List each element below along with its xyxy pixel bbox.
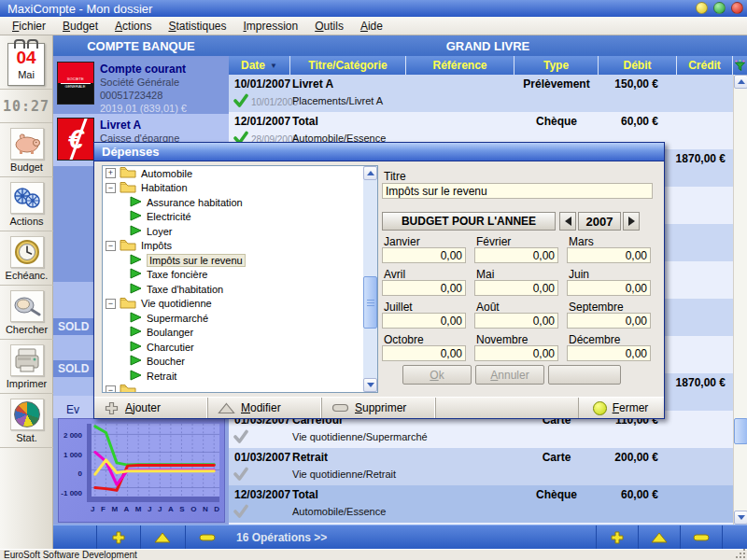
- menu-outils[interactable]: Outils: [306, 18, 352, 35]
- tree-item-automobile[interactable]: + Automobile: [103, 166, 377, 181]
- search-icon: [10, 290, 44, 322]
- scroll-up-button[interactable]: [363, 166, 377, 180]
- operations-count[interactable]: 16 Opérations >>: [229, 531, 596, 544]
- triangle-icon: [650, 531, 669, 544]
- tree-item-boulanger[interactable]: Boulanger: [103, 326, 377, 341]
- delete-operation-button[interactable]: [680, 525, 722, 549]
- month-decembre-input[interactable]: [567, 345, 651, 361]
- menu-actions[interactable]: Actions: [106, 18, 160, 35]
- tree-scrollbar[interactable]: [363, 166, 377, 392]
- sidebar-item-echeancier[interactable]: Echéanc.: [0, 231, 53, 286]
- green-arrow-icon: [130, 210, 142, 223]
- caisse-epargne-logo: €: [57, 118, 94, 161]
- menu-impression[interactable]: Impression: [235, 18, 307, 35]
- scroll-down-button[interactable]: [734, 511, 747, 525]
- month-label: Décembre: [569, 333, 620, 346]
- menu-bar: Fichier Budget Actions Statistiques Impr…: [0, 17, 747, 35]
- next-year-button[interactable]: [623, 212, 640, 231]
- menu-budget[interactable]: Budget: [54, 18, 106, 35]
- tree-item-taxe-fonciere[interactable]: Taxe foncière: [103, 268, 377, 283]
- column-date[interactable]: Date▼: [229, 56, 290, 75]
- tree-item-habitation[interactable]: − Habitation: [103, 181, 377, 196]
- clock-icon: [10, 236, 44, 268]
- tree-item-impots[interactable]: − Impôts: [103, 239, 377, 254]
- month-avril-input[interactable]: [382, 280, 466, 296]
- sidebar-item-chercher[interactable]: Chercher: [0, 286, 53, 340]
- add-operation-button[interactable]: [596, 525, 638, 549]
- account-item-compte-courant[interactable]: SOCIETEGENERALE Compte courant Société G…: [53, 58, 229, 119]
- maximize-button[interactable]: [713, 2, 726, 14]
- ajouter-button[interactable]: Ajouter: [94, 398, 208, 418]
- collapse-icon[interactable]: −: [106, 385, 116, 393]
- month-juillet-input[interactable]: [382, 313, 466, 329]
- clock-display: 10:27: [3, 93, 49, 119]
- collapse-icon[interactable]: −: [106, 241, 116, 251]
- month-octobre-input[interactable]: [382, 345, 466, 361]
- scrollbar-thumb[interactable]: [363, 276, 377, 329]
- collapse-icon[interactable]: −: [106, 299, 116, 309]
- table-row-selected[interactable]: 12/03/2007 Total Chèque 60,00 € Automobi…: [229, 485, 733, 523]
- column-titre-categorie[interactable]: Titre/Catégorie: [290, 56, 406, 75]
- minimize-button[interactable]: [696, 2, 708, 14]
- sidebar-item-budget[interactable]: Budget: [0, 123, 53, 177]
- month-mars-input[interactable]: [567, 247, 651, 263]
- sidebar-item-stat[interactable]: Stat.: [0, 394, 53, 448]
- scroll-up-button[interactable]: [734, 75, 747, 89]
- printer-icon: [10, 344, 44, 376]
- edit-operation-button[interactable]: [638, 525, 680, 549]
- dialog-title-bar[interactable]: Dépenses: [94, 143, 664, 161]
- close-button[interactable]: [731, 2, 743, 14]
- tree-item-electricite[interactable]: Electricité: [103, 210, 377, 225]
- titre-input[interactable]: [382, 183, 653, 199]
- tree-item-charcutier[interactable]: Charcutier: [103, 340, 377, 355]
- previous-year-button[interactable]: [559, 212, 576, 231]
- column-credit[interactable]: Crédit: [677, 56, 733, 75]
- month-septembre-input[interactable]: [567, 313, 651, 329]
- scrollbar-thumb[interactable]: [734, 418, 747, 444]
- title-bar[interactable]: MaxiCompte - Mon dossier: [0, 0, 747, 17]
- expand-icon[interactable]: +: [106, 168, 116, 178]
- add-account-button[interactable]: [96, 525, 140, 549]
- tree-item-impots-sur-le-revenu[interactable]: Impôts sur le revenu: [103, 253, 377, 268]
- tree-item-assurance-habitation[interactable]: Assurance habitation: [103, 195, 377, 210]
- ledger-scrollbar[interactable]: [733, 75, 747, 525]
- edit-account-button[interactable]: [140, 525, 184, 549]
- tree-item-partial[interactable]: −: [103, 384, 377, 394]
- month-novembre-input[interactable]: [474, 345, 558, 361]
- green-arrow-icon: [130, 225, 142, 238]
- sidebar-item-actions[interactable]: Actions: [0, 177, 53, 231]
- month-fevrier-input[interactable]: [474, 247, 558, 263]
- table-row[interactable]: 01/03/2007 Retrait Carte 200,00 € Vie qu…: [229, 448, 733, 485]
- tree-item-vie-quotidienne[interactable]: − Vie quotidienne: [103, 297, 377, 312]
- month-aout-input[interactable]: [474, 313, 558, 329]
- account-balance: 2019,01 (839,01) €: [100, 102, 187, 115]
- menu-fichier[interactable]: Fichier: [4, 18, 54, 35]
- sidebar-item-imprimer[interactable]: Imprimer: [0, 340, 53, 394]
- supprimer-button[interactable]: Supprimer: [322, 398, 436, 418]
- calendar-icon[interactable]: 04 Mai: [7, 43, 45, 86]
- menu-statistiques[interactable]: Statistiques: [160, 18, 234, 35]
- tree-item-boucher[interactable]: Boucher: [103, 355, 377, 370]
- menu-aide[interactable]: Aide: [352, 18, 391, 35]
- tree-item-supermarche[interactable]: Supermarché: [103, 311, 377, 326]
- column-debit[interactable]: Débit: [599, 56, 677, 75]
- month-janvier-input[interactable]: [382, 247, 466, 263]
- tree-selected-item[interactable]: Impôts sur le revenu: [147, 254, 246, 267]
- delete-account-button[interactable]: [185, 525, 229, 549]
- tree-item-retrait[interactable]: Retrait: [103, 369, 377, 384]
- month-mai-input[interactable]: [474, 280, 558, 296]
- table-row[interactable]: 10/01/2007 Livret A Prélèvement 150,00 €…: [229, 75, 733, 112]
- column-type[interactable]: Type: [514, 56, 599, 75]
- fermer-button[interactable]: Fermer: [578, 398, 662, 418]
- scroll-down-button[interactable]: [363, 378, 377, 392]
- month-juin-input[interactable]: [567, 280, 651, 296]
- filter-button[interactable]: [733, 56, 747, 75]
- tree-item-taxe-habitation[interactable]: Taxe d'habitation: [103, 282, 377, 297]
- resize-grip[interactable]: [735, 548, 746, 559]
- modifier-button[interactable]: Modifier: [208, 398, 322, 418]
- collapse-icon[interactable]: −: [106, 183, 116, 193]
- annuler-button[interactable]: Annuler: [475, 365, 544, 385]
- ok-button[interactable]: Ok: [402, 365, 472, 385]
- column-reference[interactable]: Référence: [406, 56, 514, 75]
- tree-item-loyer[interactable]: Loyer: [103, 224, 377, 239]
